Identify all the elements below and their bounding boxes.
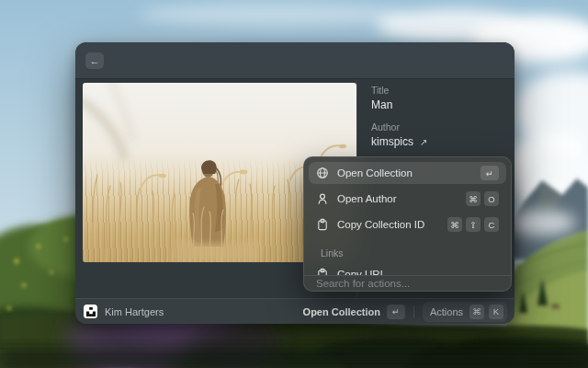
k-key-badge: K (489, 305, 503, 319)
back-button[interactable]: ← (85, 52, 104, 69)
person-icon (316, 192, 329, 205)
menu-item-open-author[interactable]: Open Author ⌘ O (309, 188, 506, 210)
return-key-badge: ↵ (481, 166, 499, 180)
external-link-icon: ↗ (420, 137, 427, 147)
clipboard-icon (316, 218, 329, 231)
clipboard-icon (316, 268, 329, 275)
actions-button[interactable]: Actions ⌘ K (423, 302, 507, 322)
actions-search-input[interactable] (304, 276, 511, 291)
menu-item-label: Open Collection (337, 167, 413, 178)
unsplash-logo-icon (84, 305, 97, 318)
back-arrow-icon: ← (90, 55, 100, 66)
shift-key-badge: ⇧ (466, 217, 481, 232)
menu-item-label: Copy Collection ID (337, 219, 424, 230)
menu-item-label: Copy URL (337, 269, 386, 275)
menu-item-label: Open Author (337, 193, 397, 204)
actions-search-row (304, 275, 511, 291)
source-name: Kim Hartgers (105, 306, 164, 317)
menu-item-open-collection[interactable]: Open Collection ↵ (309, 162, 506, 184)
footer-divider (413, 305, 414, 317)
footer-bar: Kim Hartgers Open Collection ↵ Actions ⌘… (75, 298, 514, 324)
cmd-key-badge: ⌘ (466, 191, 481, 206)
globe-icon (316, 167, 329, 179)
cmd-key-badge: ⌘ (469, 305, 484, 319)
actions-menu-list: Open Collection ↵ Open Author ⌘ O Copy C… (304, 157, 511, 275)
return-key-badge: ↵ (387, 305, 405, 319)
menu-item-copy-collection-id[interactable]: Copy Collection ID ⌘ ⇧ C (309, 213, 506, 236)
menu-item-copy-url[interactable]: Copy URL (309, 263, 506, 275)
author-name: kimspics (371, 135, 413, 148)
actions-label: Actions (430, 306, 463, 317)
author-label: Author (371, 121, 505, 132)
window-header: ← (75, 42, 514, 79)
title-label: Title (371, 85, 505, 96)
c-key-badge: C (484, 217, 499, 232)
actions-menu: Open Collection ↵ Open Author ⌘ O Copy C… (303, 156, 512, 292)
o-key-badge: O (484, 191, 499, 206)
primary-action-label[interactable]: Open Collection (303, 306, 380, 317)
title-value: Man (371, 98, 505, 111)
author-value[interactable]: kimspics ↗ (371, 135, 505, 148)
links-section-header: Links (309, 239, 506, 263)
cmd-key-badge: ⌘ (447, 217, 462, 232)
